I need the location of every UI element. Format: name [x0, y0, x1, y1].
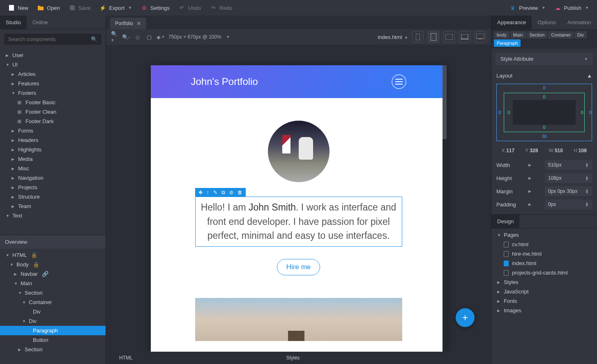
- image-icon[interactable]: ▢: [145, 33, 153, 41]
- design-fonts[interactable]: ▶Fonts: [491, 296, 597, 306]
- avatar-image[interactable]: [268, 121, 330, 182]
- tree-media[interactable]: ▶Media: [0, 154, 106, 164]
- tree-user[interactable]: ▶User: [0, 50, 106, 60]
- design-styles[interactable]: ▶Styles: [491, 277, 597, 287]
- tree-misc[interactable]: ▶Misc: [0, 164, 106, 173]
- zoom-in-icon[interactable]: 🔍+: [111, 33, 118, 41]
- layers-icon[interactable]: ◈▼: [157, 33, 164, 41]
- add-fab-button[interactable]: +: [456, 308, 475, 327]
- padding-top[interactable]: 0: [543, 94, 545, 99]
- crumb-paragraph[interactable]: Paragraph: [494, 39, 521, 47]
- bottom-tab-styles[interactable]: Styles: [281, 353, 305, 363]
- document-tab[interactable]: Portfolio ✕: [110, 18, 146, 29]
- device-laptop[interactable]: [459, 31, 470, 43]
- crumb-div[interactable]: Div: [574, 31, 587, 39]
- crumb-main[interactable]: Main: [510, 31, 526, 39]
- width-input[interactable]: 510px▲▼: [545, 160, 592, 170]
- copy-icon[interactable]: ⧉: [221, 190, 225, 195]
- tree-ui[interactable]: ▼UI: [0, 60, 106, 69]
- stepper-icon[interactable]: ▲▼: [585, 176, 589, 181]
- tab-design[interactable]: Design: [491, 215, 519, 228]
- chevron-right-icon[interactable]: ▶: [528, 189, 531, 193]
- tree-features[interactable]: ▶Features: [0, 79, 106, 88]
- tab-online[interactable]: Online: [27, 16, 54, 29]
- zoom-out-icon[interactable]: 🔍-: [122, 33, 130, 41]
- move-icon[interactable]: ✥: [198, 190, 203, 195]
- ov-body[interactable]: ▼Body🔒: [0, 260, 106, 269]
- tree-headers[interactable]: ▶Headers: [0, 135, 106, 145]
- crumb-section[interactable]: Section: [527, 31, 548, 39]
- layout-header[interactable]: Layout▲: [491, 69, 597, 82]
- new-button[interactable]: New: [4, 2, 32, 14]
- height-input[interactable]: 108px▲▼: [545, 173, 592, 183]
- tree-text[interactable]: ▼Text: [0, 211, 106, 220]
- crumb-body[interactable]: body: [494, 31, 509, 39]
- tree-footer-basic[interactable]: ▦Footer Basic: [0, 98, 106, 107]
- margin-bottom[interactable]: 30: [542, 134, 546, 139]
- tab-animation[interactable]: Animation: [562, 16, 597, 29]
- stepper-icon[interactable]: ▲▼: [585, 163, 589, 168]
- design-images[interactable]: ▶Images: [491, 306, 597, 315]
- device-desktop[interactable]: [475, 31, 486, 43]
- tree-footer-dark[interactable]: ▦Footer Dark: [0, 117, 106, 126]
- close-icon[interactable]: ✕: [136, 20, 141, 27]
- tab-appearance[interactable]: Appearance: [491, 16, 532, 29]
- tree-structure[interactable]: ▶Structure: [0, 192, 106, 201]
- ov-container[interactable]: ▼Container: [0, 298, 106, 307]
- tree-articles[interactable]: ▶Articles: [0, 69, 106, 79]
- preview-header[interactable]: John's Portfolio: [151, 65, 447, 98]
- canvas-scrollbar[interactable]: [443, 65, 447, 352]
- ov-div2[interactable]: ▼Div: [0, 316, 106, 326]
- chevron-right-icon[interactable]: ▶: [528, 163, 531, 167]
- file-hire[interactable]: hire-me.html: [491, 249, 597, 259]
- padding-bottom[interactable]: 0: [543, 125, 545, 130]
- undo-button[interactable]: ↶Undo: [175, 2, 205, 14]
- hamburger-icon[interactable]: [392, 74, 406, 89]
- edit-icon[interactable]: ✎: [213, 190, 217, 195]
- margin-right[interactable]: 0: [589, 110, 592, 115]
- export-button[interactable]: ⚡Export▼: [95, 2, 136, 14]
- chevron-right-icon[interactable]: ▶: [528, 202, 531, 206]
- file-projects[interactable]: projects-grid-cards.html: [491, 268, 597, 277]
- crumb-container[interactable]: Container: [548, 31, 574, 39]
- tree-footer-clean[interactable]: ▦Footer Clean: [0, 107, 106, 117]
- ov-main[interactable]: ▼Main: [0, 279, 106, 288]
- rotate-icon[interactable]: ◇: [134, 33, 141, 41]
- ov-html[interactable]: ▼HTML🔒: [0, 250, 106, 260]
- stepper-icon[interactable]: ▲▼: [585, 189, 589, 194]
- hire-me-button[interactable]: Hire me: [277, 259, 320, 275]
- redo-button[interactable]: ↷Redo: [206, 2, 236, 14]
- tree-footers[interactable]: ▼Footers: [0, 88, 106, 98]
- tree-navigation[interactable]: ▶Navigation: [0, 173, 106, 183]
- landscape-image[interactable]: [195, 298, 402, 341]
- style-selector[interactable]: Style Attribute▼: [496, 53, 593, 65]
- trash-icon[interactable]: 🗑: [237, 190, 242, 195]
- file-selector[interactable]: index.html ▼: [378, 34, 408, 40]
- ov-div1[interactable]: ▶Div: [0, 307, 106, 316]
- padding-right[interactable]: 0: [581, 110, 583, 115]
- padding-left[interactable]: 0: [507, 110, 510, 115]
- canvas-area[interactable]: John's Portfolio ✥ ↑ ✎ ⧉ ⊘ 🗑: [106, 45, 491, 352]
- tree-projects[interactable]: ▶Projects: [0, 183, 106, 192]
- tab-options[interactable]: Options: [532, 16, 562, 29]
- tree-highlights[interactable]: ▶Highlights: [0, 145, 106, 154]
- ov-navbar[interactable]: ▶Navbar🔗: [0, 269, 106, 279]
- design-js[interactable]: ▶JavaScript: [491, 287, 597, 296]
- publish-button[interactable]: ☁Publish▼: [550, 2, 593, 14]
- chevron-right-icon[interactable]: ▶: [528, 176, 531, 180]
- up-icon[interactable]: ↑: [207, 190, 209, 195]
- search-input[interactable]: [8, 36, 91, 42]
- padding-input[interactable]: 0px▲▼: [545, 199, 592, 209]
- device-tablet[interactable]: [428, 31, 439, 43]
- search-components[interactable]: 🔍: [4, 34, 101, 45]
- tree-forms[interactable]: ▶Forms: [0, 126, 106, 135]
- tree-team[interactable]: ▶Team: [0, 201, 106, 211]
- hide-icon[interactable]: ⊘: [229, 190, 233, 195]
- selected-paragraph[interactable]: ✥ ↑ ✎ ⧉ ⊘ 🗑 Hello! I am John Smith. I wo…: [195, 197, 402, 247]
- ov-section[interactable]: ▼Section: [0, 288, 106, 298]
- preview-button[interactable]: ♛Preview▼: [505, 2, 549, 14]
- design-canvas[interactable]: John's Portfolio ✥ ↑ ✎ ⧉ ⊘ 🗑: [151, 65, 447, 352]
- file-index[interactable]: index.html: [491, 259, 597, 268]
- ov-paragraph[interactable]: ▶Paragraph: [0, 326, 106, 335]
- file-cv[interactable]: cv.html: [491, 240, 597, 249]
